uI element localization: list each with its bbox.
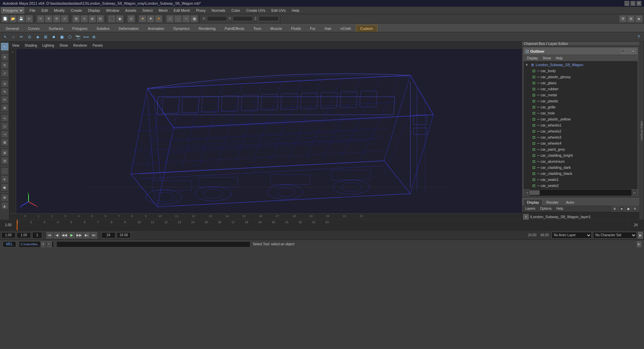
subtab-options[interactable]: Options	[538, 206, 553, 211]
minimize-button[interactable]: _	[625, 1, 629, 6]
menu-edit[interactable]: Edit	[39, 8, 51, 13]
outliner-item-car-paint-grey[interactable]: ⊡ ─ car_paint_grey	[524, 146, 637, 152]
undo-button[interactable]: ↩	[25, 15, 33, 22]
menu-select[interactable]: Select	[140, 8, 155, 13]
layer-visibility-toggle[interactable]: V	[523, 214, 529, 219]
viewport-shading-menu[interactable]: Shading	[23, 43, 39, 48]
layer-icons-3[interactable]: ▣	[625, 206, 631, 212]
snap-point-button[interactable]: ⊕	[89, 15, 96, 22]
outliner-item-car-hole[interactable]: ⊡ ─ car_hole	[524, 110, 637, 116]
char-set-select[interactable]: No Character Set	[593, 232, 637, 239]
viewport-view-menu[interactable]: View	[11, 43, 21, 48]
qa-soft-icon[interactable]: ⊙	[25, 33, 34, 41]
outliner-item-car-rubber[interactable]: ⊡ ─ car_rubber	[524, 86, 637, 92]
tab-dynamics[interactable]: Dynamics	[169, 25, 194, 32]
outliner-item-car-cladding-black[interactable]: ⊡ ─ car_cladding_black	[524, 170, 637, 177]
light-lt[interactable]: ☀	[1, 176, 8, 183]
vertex-mode-button[interactable]: ·	[174, 15, 182, 22]
scale-tool-lt[interactable]: ⤢	[1, 69, 8, 77]
menu-create-uvs[interactable]: Create UVs	[244, 8, 268, 13]
qa-question-icon[interactable]: ?	[635, 33, 643, 41]
snap-view-button[interactable]: ⊟	[97, 15, 104, 22]
outliner-item-car-cladding-dark[interactable]: ⊡ ─ car_cladding_dark	[524, 164, 637, 170]
snap-curve-button[interactable]: ∿	[80, 15, 88, 22]
outliner-item-car-seats2[interactable]: ⊡ ─ car_seats2	[524, 183, 637, 189]
viewport-canvas[interactable]	[16, 49, 522, 213]
menu-file[interactable]: File	[27, 8, 38, 13]
y-input[interactable]	[233, 16, 253, 21]
timeline-ruler[interactable]: 1 2 3 4 5 6 7 8 9 10 11 12 13 14 15 16 1…	[17, 220, 627, 230]
menu-edit-mesh[interactable]: Edit Mesh	[171, 8, 193, 13]
right-btn-2[interactable]: ⊞	[627, 15, 635, 22]
menu-create[interactable]: Create	[68, 8, 85, 13]
outliner-minimize[interactable]: _	[620, 49, 625, 54]
tab-fluids[interactable]: Fluids	[287, 25, 305, 32]
outliner-close[interactable]: ✕	[631, 49, 636, 54]
outliner-item-car-wheels3[interactable]: ⊡ ─ car_wheels3	[524, 134, 637, 140]
menu-help[interactable]: Help	[289, 8, 302, 13]
tab-muscle[interactable]: Muscle	[266, 25, 286, 32]
go-to-start-button[interactable]: ⏮	[46, 232, 53, 239]
frame-start-input[interactable]	[17, 232, 31, 238]
right-btn-1[interactable]: ⚙	[619, 15, 627, 22]
rotate-tool-lt[interactable]: ↻	[1, 61, 8, 69]
outliner-item-car-grille[interactable]: ⊡ ─ car_grille	[524, 104, 637, 110]
menu-assets[interactable]: Assets	[122, 8, 139, 13]
anim-start-input[interactable]	[1, 232, 15, 238]
qa-texture-icon[interactable]: ▣	[58, 33, 66, 41]
outliner-scrollbar[interactable]	[530, 190, 632, 196]
tab-render[interactable]: Render	[543, 199, 562, 205]
viewport-show-menu[interactable]: Show	[58, 43, 69, 48]
outliner-item-car-seats1[interactable]: ⊡ ─ car_seats1	[524, 177, 637, 183]
cmd-icon-2[interactable]: ✕	[47, 242, 52, 247]
move-tool-button[interactable]: ✛	[45, 15, 52, 22]
tab-custom[interactable]: Custom	[356, 25, 377, 32]
ik-lt[interactable]: ⊣	[1, 131, 8, 138]
geo-lt[interactable]: ◭	[1, 202, 8, 209]
menu-mesh[interactable]: Mesh	[156, 8, 170, 13]
layer-icons-1[interactable]: ⊞	[612, 206, 618, 212]
tab-ncloth[interactable]: nCloth	[336, 25, 356, 32]
tab-painteffects[interactable]: PaintEffects	[220, 25, 249, 32]
outliner-item-car-plastic[interactable]: ⊡ ─ car_plastic	[524, 98, 637, 104]
outliner-scroll-right[interactable]: ▷	[632, 190, 638, 196]
light3-button[interactable]: ☀	[155, 15, 162, 22]
menu-normals[interactable]: Normals	[209, 8, 228, 13]
tab-display[interactable]: Display	[523, 199, 543, 205]
tab-curves[interactable]: Curves	[23, 25, 44, 32]
subtab-layers[interactable]: Layers	[523, 206, 537, 211]
qa-camera-icon[interactable]: 📷	[74, 33, 82, 41]
close-button[interactable]: ✕	[637, 1, 641, 6]
curve-tool-lt[interactable]: ∿	[1, 114, 8, 122]
right-btn-3[interactable]: ◈	[635, 15, 643, 22]
edge-mode-button[interactable]: ─	[182, 15, 190, 22]
viewport-renderer-menu[interactable]: Renderer	[72, 43, 89, 48]
viewport-panels-menu[interactable]: Panels	[91, 43, 104, 48]
outliner-item-car-body[interactable]: ⊡ ─ car_body	[524, 68, 637, 74]
soft-mod-lt[interactable]: ⊙	[1, 80, 8, 87]
status-scroll[interactable]: ▶	[637, 241, 641, 247]
go-to-end-button[interactable]: ⏭	[91, 232, 97, 239]
qa-component-icon[interactable]: ◈	[34, 33, 42, 41]
face-mode-button[interactable]: ▦	[191, 15, 198, 22]
qa-select-icon[interactable]: ↖	[1, 33, 9, 41]
qa-solid-icon[interactable]: ■	[50, 33, 58, 41]
tab-surfaces[interactable]: Surfaces	[44, 25, 67, 32]
outliner-item-car-metal[interactable]: ⊡ ─ car_metal	[524, 92, 637, 98]
joint-lt[interactable]: ◇	[1, 122, 8, 130]
layer-icons-2[interactable]: ◈	[619, 206, 625, 212]
step-back-button[interactable]: ◀	[54, 232, 60, 239]
menu-display[interactable]: Display	[85, 8, 103, 13]
outliner-item-car-aluminium[interactable]: ⊡ ─ car_aluminium	[524, 158, 637, 164]
grid-lt[interactable]: ⊞	[1, 149, 8, 156]
tab-anim[interactable]: Anim	[562, 199, 578, 205]
tab-hair[interactable]: Hair	[320, 25, 336, 32]
outliner-item-car-wheels1[interactable]: ⊡ ─ car_wheels1	[524, 122, 637, 128]
outliner-item-car-cladding-bright[interactable]: ⊡ ─ car_cladding_bright	[524, 152, 637, 158]
tab-polygons[interactable]: Polygons	[68, 25, 92, 32]
qa-light-icon[interactable]: ⬡	[66, 33, 74, 41]
menu-modify[interactable]: Modify	[51, 8, 67, 13]
x-input[interactable]	[207, 16, 227, 21]
snap-lt[interactable]: ⊟	[1, 157, 8, 164]
menu-proxy[interactable]: Proxy	[194, 8, 208, 13]
